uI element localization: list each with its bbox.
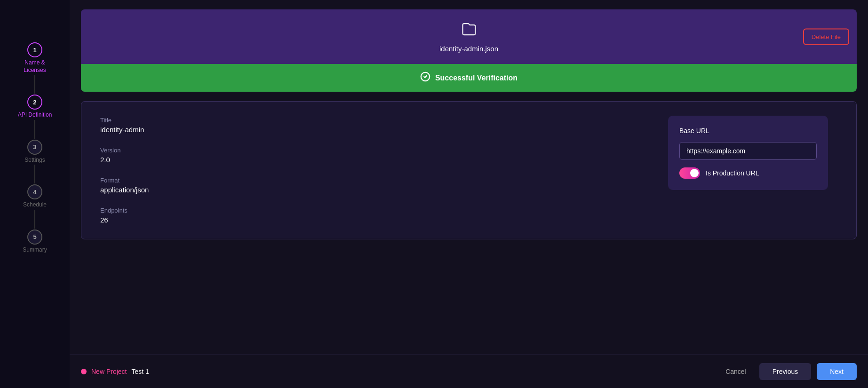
cancel-button[interactable]: Cancel — [718, 363, 754, 380]
detail-version-label: Version — [100, 147, 149, 154]
main-content: identity-admin.json Delete File Successf… — [70, 0, 868, 354]
step-connector-3-4 — [34, 165, 35, 183]
main-wrapper: identity-admin.json Delete File Successf… — [70, 0, 868, 388]
base-url-input[interactable] — [679, 142, 817, 160]
sidebar-item-api-definition[interactable]: 2 API Definition — [18, 95, 52, 119]
footer: New Project Test 1 Cancel Previous Next — [70, 354, 868, 388]
base-url-panel: Base URL Is Production URL — [668, 116, 828, 190]
sidebar: 1 Name &Licenses 2 API Definition 3 Sett… — [0, 0, 70, 388]
footer-right: Cancel Previous Next — [718, 363, 857, 380]
sidebar-item-name-licenses[interactable]: 1 Name &Licenses — [24, 42, 46, 74]
toggle-knob — [690, 169, 699, 177]
details-card: Title identity-admin Version 2.0 Format … — [81, 101, 857, 239]
delete-file-button[interactable]: Delete File — [803, 29, 849, 45]
step-connector-4-5 — [34, 210, 35, 229]
previous-button[interactable]: Previous — [759, 363, 811, 380]
step-4-circle: 4 — [27, 184, 42, 199]
project-name: Test 1 — [131, 368, 149, 375]
detail-format: Format application/json — [100, 177, 149, 194]
detail-endpoints-value: 26 — [100, 216, 149, 224]
detail-format-value: application/json — [100, 186, 149, 194]
step-3-circle: 3 — [27, 140, 42, 155]
sidebar-item-summary[interactable]: 5 Summary — [23, 230, 47, 254]
step-connector-2-3 — [34, 120, 35, 139]
step-3-label: Settings — [24, 157, 45, 164]
step-2-label: API Definition — [18, 111, 52, 119]
file-card: identity-admin.json Delete File Successf… — [81, 9, 857, 92]
production-url-label: Is Production URL — [706, 169, 759, 177]
verification-icon — [420, 71, 430, 84]
next-button[interactable]: Next — [817, 363, 857, 380]
content-area: identity-admin.json Delete File Successf… — [81, 9, 857, 354]
step-connector-1-2 — [34, 75, 35, 94]
sidebar-item-schedule[interactable]: 4 Schedule — [23, 184, 47, 209]
file-icon — [461, 21, 478, 41]
detail-endpoints: Endpoints 26 — [100, 207, 149, 224]
verification-text: Successful Verification — [435, 74, 518, 82]
detail-version-value: 2.0 — [100, 156, 149, 164]
production-url-toggle[interactable] — [679, 167, 700, 179]
step-1-circle: 1 — [27, 42, 42, 57]
verification-bar: Successful Verification — [81, 64, 857, 92]
step-4-label: Schedule — [23, 201, 47, 209]
detail-title: Title identity-admin — [100, 117, 149, 134]
base-url-label: Base URL — [679, 127, 817, 135]
detail-endpoints-label: Endpoints — [100, 207, 149, 214]
detail-title-value: identity-admin — [100, 126, 149, 134]
file-header: identity-admin.json Delete File — [81, 9, 857, 64]
step-1-label: Name &Licenses — [24, 59, 46, 74]
sidebar-item-settings[interactable]: 3 Settings — [24, 140, 45, 164]
new-project-label: New Project — [91, 368, 127, 375]
detail-section-left: Title identity-admin Version 2.0 Format … — [100, 117, 149, 224]
project-dot — [81, 369, 87, 374]
detail-title-label: Title — [100, 117, 149, 124]
step-5-circle: 5 — [27, 230, 42, 245]
step-2-circle: 2 — [27, 95, 42, 110]
step-5-label: Summary — [23, 246, 47, 254]
toggle-row: Is Production URL — [679, 167, 817, 179]
file-name: identity-admin.json — [439, 45, 498, 53]
detail-format-label: Format — [100, 177, 149, 184]
footer-left: New Project Test 1 — [81, 368, 149, 375]
detail-version: Version 2.0 — [100, 147, 149, 164]
